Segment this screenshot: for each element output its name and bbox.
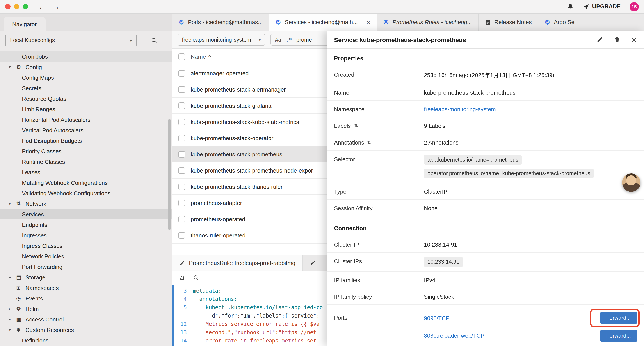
property-value: 10.233.14.91 [424, 240, 457, 248]
property-label: Type [334, 187, 424, 195]
sidebar-item[interactable]: Priority Classes [0, 146, 172, 156]
sort-toggle-icon[interactable]: ⇅ [367, 140, 371, 145]
editor-tab-prometheusrule[interactable]: PrometheusRule: freeleaps-prod-rabbitmq [172, 255, 303, 271]
chevron-down-icon: ▾ [130, 38, 132, 43]
property-label: Annotations [334, 139, 364, 146]
expander-icon[interactable]: ▾ [9, 201, 16, 206]
property-row-type: Type ClusterIP [327, 183, 644, 200]
minimize-window-button[interactable] [14, 4, 19, 9]
forward-button[interactable]: Forward... [600, 330, 637, 342]
tab-services[interactable]: ☸ Services - icecheng@math... × [269, 13, 377, 31]
namespace-link[interactable]: freeleaps-monitoring-system [424, 105, 496, 113]
row-checkbox[interactable] [178, 86, 185, 93]
sidebar-item[interactable]: ◷ Events [0, 293, 172, 304]
sidebar-item-label: Custom Resources [26, 327, 74, 333]
service-name: kube-prometheus-stack-prometheus-node-ex… [191, 167, 313, 174]
sidebar-item[interactable]: Services [0, 209, 172, 219]
sort-ascending-icon: ^ [208, 54, 211, 60]
sidebar-item[interactable]: Definitions [0, 335, 172, 346]
navigator-sidebar: Navigator Local Kubeconfigs ▾ Cron Jobs [0, 13, 172, 346]
sidebar-item[interactable]: Endpoints [0, 219, 172, 230]
sidebar-item[interactable]: ▾ ⚙ Config [0, 62, 172, 72]
save-icon[interactable] [178, 275, 185, 281]
navigator-tab[interactable]: Navigator [4, 17, 45, 31]
editor-line-text: Metrics service error rate is {{ $va [193, 320, 320, 329]
row-checkbox[interactable] [178, 151, 185, 157]
row-checkbox[interactable] [178, 216, 185, 222]
editor-search-icon[interactable] [193, 275, 200, 281]
close-icon[interactable] [631, 36, 637, 43]
row-checkbox[interactable] [178, 183, 185, 190]
sidebar-item[interactable]: ⊞ Namespaces [0, 283, 172, 293]
sidebar-item[interactable]: Ingress Classes [0, 240, 172, 251]
sidebar-item[interactable]: Validating Webhook Configurations [0, 188, 172, 198]
port-link[interactable]: 9090/TCP [424, 315, 450, 321]
sidebar-item[interactable]: Port Forwarding [0, 262, 172, 272]
regex-toggle[interactable]: .* [286, 36, 292, 43]
close-tab-icon[interactable]: × [366, 19, 370, 25]
sidebar-scrollbar[interactable] [168, 119, 171, 230]
tab-release-notes[interactable]: Release Notes [478, 13, 538, 31]
sidebar-item[interactable]: Vertical Pod Autoscalers [0, 125, 172, 135]
zoom-window-button[interactable] [23, 4, 28, 9]
expander-icon[interactable]: ▸ [9, 307, 16, 311]
sidebar-item[interactable]: Leases [0, 167, 172, 177]
match-case-toggle[interactable]: Aa [275, 36, 281, 43]
upgrade-button[interactable]: UPGRADE [582, 3, 621, 10]
forward-button[interactable]: Forward... [600, 312, 637, 324]
sidebar-item[interactable]: Mutating Webhook Configurations [0, 177, 172, 188]
tab-argo[interactable]: ☸ Argo Se [538, 13, 644, 31]
forward-button[interactable]: → [53, 3, 60, 10]
expander-icon[interactable]: ▸ [9, 275, 16, 280]
edit-icon[interactable] [597, 36, 603, 43]
back-button[interactable]: ← [38, 3, 45, 10]
row-checkbox[interactable] [178, 135, 185, 141]
expander-icon[interactable]: ▾ [9, 328, 16, 332]
property-label: Cluster IPs [334, 257, 424, 265]
sidebar-item-label: Port Forwarding [22, 264, 62, 270]
sidebar-item[interactable]: Limit Ranges [0, 104, 172, 114]
sidebar-item[interactable]: ▾ ✱ Custom Resources [0, 325, 172, 335]
property-row-labels: Labels ⇅ 9 Labels [327, 117, 644, 134]
sort-toggle-icon[interactable]: ⇅ [354, 123, 358, 129]
row-checkbox[interactable] [178, 232, 185, 239]
namespace-select[interactable]: freeleaps-monitoring-system ▾ [178, 34, 265, 45]
editor-tab-stub[interactable] [303, 255, 323, 271]
sidebar-item[interactable]: ▸ ☸ Helm [0, 304, 172, 314]
service-name: kube-prometheus-stack-alertmanager [191, 86, 286, 93]
sidebar-item[interactable]: Pod Disruption Budgets [0, 135, 172, 146]
property-row-name: Name kube-prometheus-stack-prometheus [327, 84, 644, 101]
sidebar-item[interactable]: Horizontal Pod Autoscalers [0, 114, 172, 125]
pencil-icon [310, 260, 316, 266]
sidebar-item[interactable]: ▾ ⇅ Network [0, 198, 172, 209]
notifications-bell-icon[interactable] [566, 3, 574, 10]
sidebar-item[interactable]: Network Policies [0, 251, 172, 262]
tab-pods[interactable]: ☸ Pods - icecheng@mathmas... [172, 13, 269, 31]
sidebar-item[interactable]: Ingresses [0, 230, 172, 240]
name-column-header[interactable]: Name^ [191, 53, 211, 60]
sidebar-item[interactable]: ▸ ▤ Storage [0, 272, 172, 283]
expander-icon[interactable]: ▸ [9, 317, 16, 322]
row-checkbox[interactable] [178, 102, 185, 109]
sidebar-item[interactable]: Secrets [0, 83, 172, 93]
kubeconfig-select-value: Local Kubeconfigs [10, 37, 55, 43]
sidebar-item[interactable]: Runtime Classes [0, 156, 172, 167]
close-window-button[interactable] [5, 4, 10, 9]
sidebar-item[interactable]: Cron Jobs [0, 51, 172, 62]
sidebar-item[interactable]: ▸ ▣ Access Control [0, 314, 172, 325]
expander-icon[interactable]: ▾ [9, 65, 16, 69]
tab-prometheus-rules[interactable]: ☸ Prometheus Rules - icecheng... [377, 13, 479, 31]
sidebar-item[interactable]: Resource Quotas [0, 93, 172, 104]
row-checkbox[interactable] [178, 70, 185, 76]
sidebar-search-icon[interactable] [151, 37, 158, 43]
select-all-checkbox[interactable] [178, 53, 185, 60]
sidebar-item[interactable]: Config Maps [0, 72, 172, 83]
notification-badge[interactable]: 15 [630, 2, 639, 11]
kubeconfig-select[interactable]: Local Kubeconfigs ▾ [5, 34, 137, 46]
port-link[interactable]: 8080:reloader-web/TCP [424, 333, 484, 339]
delete-icon[interactable] [614, 36, 620, 43]
row-checkbox[interactable] [178, 167, 185, 174]
row-checkbox[interactable] [178, 200, 185, 206]
sidebar-item-icon: ⊞ [16, 285, 26, 291]
row-checkbox[interactable] [178, 118, 185, 125]
